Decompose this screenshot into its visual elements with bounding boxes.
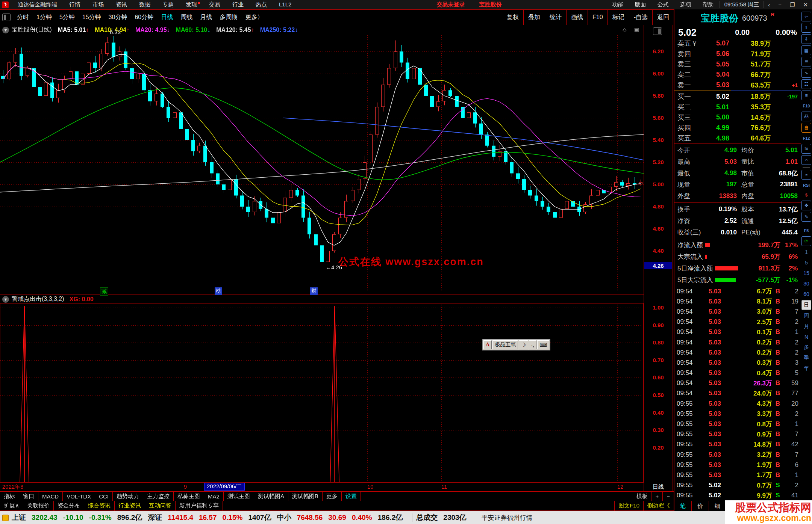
menu-item-选项[interactable]: 选项: [674, 1, 697, 8]
tick-row[interactable]: 09:555.033.3万B2: [674, 409, 801, 419]
quote-tab-价[interactable]: 价: [692, 501, 709, 511]
event-marker-榜[interactable]: 榜: [215, 287, 222, 295]
menu-item-行业[interactable]: 行业: [226, 1, 250, 8]
back-button[interactable]: ‹: [764, 2, 774, 8]
chevron-down-icon[interactable]: ▼: [2, 296, 9, 303]
template-button-模板[interactable]: 模板: [632, 492, 651, 501]
info-tab-图文F10[interactable]: 图文F10: [614, 501, 643, 510]
strip-button-15[interactable]: 15: [802, 269, 811, 278]
strip-button-季[interactable]: 季: [802, 353, 811, 362]
toolbar-button-复权[interactable]: 复权: [502, 10, 523, 25]
menu-item-公式[interactable]: 公式: [652, 1, 674, 8]
event-marker-减[interactable]: 减: [100, 287, 108, 296]
tick-row[interactable]: 09:555.031.9万B6: [674, 460, 801, 470]
ime-lang-button[interactable]: A: [483, 340, 492, 349]
strip-button-⇧[interactable]: ⇧: [801, 23, 811, 33]
strip-button-✎[interactable]: ✎: [801, 212, 811, 222]
restore-button[interactable]: ❐: [786, 2, 799, 8]
tick-list[interactable]: 09:545.036.7万B209:545.038.1万B1909:545.03…: [674, 286, 801, 501]
strip-button-$[interactable]: $: [805, 191, 807, 199]
indicator-tab-MACD[interactable]: MACD: [38, 492, 63, 501]
tick-row[interactable]: 09:555.031.7万B1: [674, 470, 801, 480]
indicator-tab-更多[interactable]: 更多: [323, 492, 342, 501]
tick-row[interactable]: 09:555.034.3万B20: [674, 399, 801, 409]
menu-item-版面[interactable]: 版面: [629, 1, 652, 8]
tick-row[interactable]: 09:545.030.2万B2: [674, 337, 801, 347]
tick-row[interactable]: 09:545.0324.0万B77: [674, 388, 801, 399]
minimize-button[interactable]: −: [774, 2, 786, 8]
order-book-row[interactable]: 买五4.9864.6万: [674, 133, 801, 143]
indicator-tab-设置[interactable]: 设置: [342, 492, 361, 501]
menu-item-交易[interactable]: 交易: [203, 1, 226, 8]
strip-button-fx[interactable]: fx: [801, 144, 811, 154]
indicator-tab-主力监控[interactable]: 主力监控: [143, 492, 174, 501]
period-日线[interactable]: 日线: [157, 14, 177, 21]
order-book-row[interactable]: 买四4.9976.6万: [674, 123, 801, 133]
indicator-tab-趋势动力[interactable]: 趋势动力: [113, 492, 143, 501]
index-group-上证[interactable]: 上证3202.43-10.10-0.31%896.2亿: [12, 513, 148, 522]
strip-button-≈[interactable]: ≈: [801, 170, 811, 180]
strip-button-品[interactable]: 品: [801, 112, 811, 121]
info-tab-新用户福利专享[interactable]: 新用户福利专享: [176, 501, 223, 510]
toolbar-button-返回[interactable]: 返回: [652, 10, 674, 25]
toolbar-button-标记[interactable]: 标记: [607, 10, 629, 25]
strip-button-周[interactable]: 周: [802, 311, 811, 320]
order-book-row[interactable]: 卖五￥5.0738.9万: [674, 38, 801, 49]
menu-item-热点[interactable]: 热点: [250, 1, 273, 8]
strip-button-自[interactable]: 自: [801, 123, 811, 133]
indicator-tab-窗口[interactable]: 窗口: [19, 492, 38, 501]
indicator-tab-指标[interactable]: 指标: [0, 492, 19, 501]
strip-button-60[interactable]: 60: [802, 290, 811, 299]
period-15分钟[interactable]: 15分钟: [79, 14, 105, 21]
kline-corner-icons[interactable]: ◇ ▣: [623, 27, 642, 33]
tick-row[interactable]: 09:545.036.7万B2: [674, 286, 801, 296]
panel-layout-icon[interactable]: [653, 27, 662, 35]
indicator-tab-测试主图[interactable]: 测试主图: [224, 492, 254, 501]
tick-row[interactable]: 09:555.020.7万S2: [674, 480, 801, 491]
ime-keyboard-icon[interactable]: ⌨: [537, 340, 549, 349]
strip-button-F12[interactable]: F12: [803, 134, 810, 142]
indicator-tab-MA2[interactable]: MA2: [204, 492, 224, 501]
close-button[interactable]: ✕: [799, 2, 812, 8]
period-30分钟[interactable]: 30分钟: [105, 14, 131, 21]
toolbar-button-统计[interactable]: 统计: [545, 10, 566, 25]
order-book-row[interactable]: 买二5.0135.3万: [674, 102, 801, 112]
toolbar-button-F10[interactable]: F10: [588, 10, 607, 25]
indicator-tab-测试幅图A[interactable]: 测试幅图A: [254, 492, 288, 501]
menu-item-L1L2[interactable]: L1L2: [273, 1, 297, 8]
order-book-row[interactable]: 买一5.0218.5万-197: [674, 92, 801, 102]
index-group-中小[interactable]: 中小7648.5630.690.40%186.2亿: [277, 513, 409, 522]
indicator-tab-VOL-TDX[interactable]: VOL-TDX: [63, 492, 95, 501]
info-tab-行业资讯[interactable]: 行业资讯: [115, 501, 145, 510]
tick-row[interactable]: 09:555.030.8万B1: [674, 419, 801, 429]
menu-item-专题[interactable]: 专题: [156, 1, 180, 8]
tick-row[interactable]: 09:545.030.2万B2: [674, 347, 801, 358]
current-stock-shortcut[interactable]: 宝胜股份: [479, 1, 501, 8]
menu-item-资讯[interactable]: 资讯: [110, 1, 133, 8]
strip-button-☷[interactable]: ☷: [801, 79, 811, 89]
strip-button-≣[interactable]: ≣: [801, 57, 811, 66]
indicator-tab-私募主图[interactable]: 私募主图: [174, 492, 204, 501]
menu-item-行情[interactable]: 行情: [63, 1, 86, 8]
info-tab-资金分布[interactable]: 资金分布: [54, 501, 84, 510]
period-60分钟[interactable]: 60分钟: [131, 14, 157, 21]
kline-canvas[interactable]: [0, 25, 644, 294]
info-tab-扩展∧[interactable]: 扩展∧: [0, 501, 23, 510]
period-分时[interactable]: 分时: [13, 14, 33, 21]
strip-button-∿[interactable]: ∿: [801, 68, 811, 78]
tick-row[interactable]: 09:545.033.0万B7: [674, 307, 801, 317]
signal-panel-canvas[interactable]: [0, 303, 644, 483]
quote-tab-笔[interactable]: 笔: [674, 501, 692, 511]
tick-row[interactable]: 09:545.032.5万B2: [674, 317, 801, 327]
quote-tab-细[interactable]: 细: [709, 501, 726, 511]
tick-row[interactable]: 09:545.030.1万B1: [674, 327, 801, 337]
chevron-down-icon[interactable]: ▼: [2, 27, 9, 33]
order-book-row[interactable]: 卖四5.0671.9万: [674, 49, 801, 59]
strip-button-F5[interactable]: F5: [804, 227, 809, 235]
strip-button-○[interactable]: ○: [801, 155, 811, 165]
strip-button-30[interactable]: 30: [802, 279, 811, 288]
tick-row[interactable]: 09:555.0314.8万B42: [674, 439, 801, 450]
panel-toggle-icon[interactable]: [2, 14, 11, 21]
strip-button-⇦[interactable]: ⇦: [801, 12, 811, 21]
strip-button-1[interactable]: 1: [802, 248, 811, 257]
